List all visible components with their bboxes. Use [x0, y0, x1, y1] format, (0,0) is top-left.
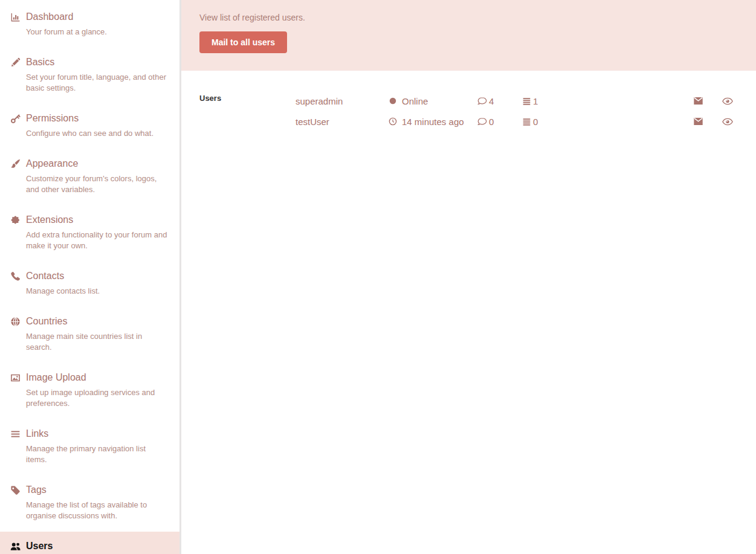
view-user-button[interactable]	[722, 97, 733, 105]
sidebar-item-description: Manage main site countries list in searc…	[26, 331, 169, 353]
sidebar-item-description: Add extra functionality to your forum an…	[26, 230, 169, 251]
discussion-list-icon	[522, 117, 531, 126]
sidebar-item-label: Tags	[26, 483, 169, 497]
sidebar-item-label: Links	[26, 427, 169, 440]
sidebar-item-users[interactable]: Users View users list.	[0, 532, 179, 554]
page-header: View list of registered users. Mail to a…	[181, 0, 756, 71]
bars-icon	[10, 427, 21, 465]
paintbrush-icon	[10, 157, 21, 195]
comment-count: 0	[477, 117, 522, 127]
page-description: View list of registered users.	[199, 13, 738, 23]
sidebar-item-label: Extensions	[26, 213, 169, 227]
sidebar-item-label: Contacts	[26, 269, 100, 283]
sidebar-item-permissions[interactable]: Permissions Configure who can see and do…	[0, 104, 179, 149]
comment-count-value: 4	[489, 96, 494, 106]
sidebar-item-description: Configure who can see and do what.	[26, 128, 153, 139]
sidebar-item-description: Manage the primary navigation list items…	[26, 443, 169, 465]
users-icon	[10, 540, 21, 554]
sidebar-item-label: Dashboard	[26, 10, 107, 24]
comment-count: 4	[477, 96, 522, 106]
comment-count-value: 0	[489, 117, 494, 127]
sidebar-item-label: Basics	[26, 56, 169, 69]
mail-to-all-users-button[interactable]: Mail to all users	[199, 31, 287, 53]
sidebar-item-label: Permissions	[26, 112, 153, 125]
sidebar-item-description: Your forum at a glance.	[26, 27, 107, 37]
sidebar-item-description: Set up image uploading services and pref…	[26, 387, 169, 409]
bar-chart-icon	[10, 10, 21, 37]
user-status: Online	[389, 96, 477, 106]
tag-icon	[10, 483, 21, 521]
discussion-count-value: 0	[533, 117, 538, 127]
main-content: View list of registered users. Mail to a…	[181, 0, 756, 554]
username: testUser	[296, 117, 389, 127]
sidebar-item-extensions[interactable]: Extensions Add extra functionality to yo…	[0, 205, 179, 262]
phone-icon	[10, 269, 21, 297]
eye-icon	[722, 118, 733, 126]
key-icon	[10, 112, 21, 139]
sidebar-item-label: Image Upload	[26, 371, 169, 384]
users-table: superadmin Online 4	[296, 91, 738, 132]
comment-bubble-icon	[477, 96, 487, 106]
sidebar-item-description: Manage contacts list.	[26, 286, 100, 297]
admin-app: Dashboard Your forum at a glance. Basics…	[0, 0, 756, 554]
sidebar-item-dashboard[interactable]: Dashboard Your forum at a glance.	[0, 2, 179, 48]
comment-bubble-icon	[477, 117, 487, 126]
eye-icon	[722, 97, 733, 105]
image-icon	[10, 371, 21, 409]
users-section: Users superadmin Online	[181, 71, 756, 132]
discussion-count: 0	[522, 117, 693, 127]
puzzle-piece-icon	[10, 213, 21, 251]
sidebar-item-links[interactable]: Links Manage the primary navigation list…	[0, 419, 179, 475]
user-status: 14 minutes ago	[389, 117, 477, 127]
globe-icon	[10, 315, 21, 353]
sidebar-item-countries[interactable]: Countries Manage main site countries lis…	[0, 307, 179, 363]
user-row: superadmin Online 4	[296, 91, 738, 111]
sidebar-item-description: Manage the list of tags available to org…	[26, 500, 169, 521]
sidebar-item-label: Appearance	[26, 157, 169, 170]
sidebar-item-image-upload[interactable]: Image Upload Set up image uploading serv…	[0, 363, 179, 419]
view-user-button[interactable]	[722, 118, 733, 126]
envelope-icon	[693, 97, 703, 105]
sidebar-item-appearance[interactable]: Appearance Customize your forum's colors…	[0, 149, 179, 205]
user-row: testUser 14 minutes ago 0	[296, 111, 738, 132]
discussion-count: 1	[522, 96, 693, 106]
sidebar-item-description: Set your forum title, language, and othe…	[26, 72, 169, 94]
admin-sidebar: Dashboard Your forum at a glance. Basics…	[0, 0, 179, 554]
username: superadmin	[296, 96, 389, 106]
sidebar-item-label: Countries	[26, 315, 169, 328]
discussion-list-icon	[522, 97, 531, 106]
pencil-icon	[10, 56, 21, 94]
mail-user-button[interactable]	[693, 117, 703, 126]
sidebar-item-contacts[interactable]: Contacts Manage contacts list.	[0, 262, 179, 307]
online-dot-icon	[389, 97, 397, 105]
users-table-label: Users	[199, 91, 296, 132]
user-status-text: Online	[402, 96, 428, 106]
sidebar-item-description: Customize your forum's colors, logos, an…	[26, 173, 169, 195]
clock-icon	[389, 117, 397, 126]
sidebar-item-label: Users	[26, 540, 78, 553]
sidebar-item-tags[interactable]: Tags Manage the list of tags available t…	[0, 475, 179, 532]
mail-user-button[interactable]	[693, 97, 703, 105]
user-status-text: 14 minutes ago	[402, 117, 464, 127]
envelope-icon	[693, 117, 703, 126]
sidebar-item-basics[interactable]: Basics Set your forum title, language, a…	[0, 48, 179, 104]
discussion-count-value: 1	[533, 96, 538, 106]
